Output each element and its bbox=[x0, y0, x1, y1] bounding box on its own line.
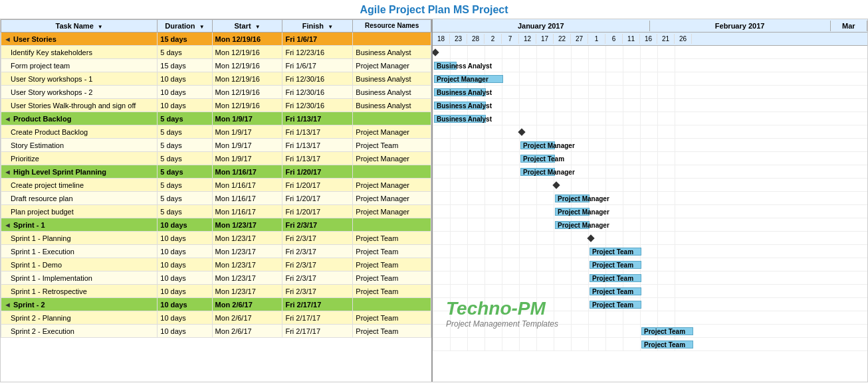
duration-cell: 5 days bbox=[158, 112, 212, 125]
finish-cell: Fri 1/20/17 bbox=[282, 179, 353, 192]
duration-cell: 10 days bbox=[158, 218, 212, 232]
resource-cell bbox=[353, 165, 431, 179]
gantt-row: Project Team bbox=[433, 258, 867, 271]
resource-cell: Project Manager bbox=[353, 59, 431, 72]
resource-cell: Business Analyst bbox=[353, 86, 431, 99]
gantt-bar: Project Team bbox=[590, 261, 641, 269]
gantt-row: Project Manager bbox=[433, 165, 867, 179]
table-row: Sprint 1 - Implementation10 daysMon 1/23… bbox=[1, 271, 431, 285]
finish-cell: Fri 2/3/17 bbox=[282, 258, 353, 271]
gantt-row: Project Manager bbox=[433, 139, 867, 152]
gantt-row bbox=[433, 232, 867, 245]
task-name-cell: Sprint 1 - Retrospective bbox=[1, 285, 158, 298]
gantt-row bbox=[433, 125, 867, 139]
gantt-bar: Project Manager bbox=[520, 141, 555, 149]
task-name-cell: User Stories Walk-through and sign off bbox=[1, 99, 158, 112]
gantt-month-label: January 2017 bbox=[433, 21, 650, 31]
gantt-day-label: 27 bbox=[571, 34, 588, 44]
task-name-cell: Create Product Backlog bbox=[1, 125, 158, 139]
col-header-finish[interactable]: Finish ▼ bbox=[282, 20, 353, 33]
finish-cell: Fri 12/30/16 bbox=[282, 99, 353, 112]
task-name-cell: Sprint 1 - Planning bbox=[1, 232, 158, 245]
gantt-bar: Project Team bbox=[520, 155, 555, 163]
start-cell: Mon 1/9/17 bbox=[212, 139, 282, 152]
resource-cell: Business Analyst bbox=[353, 46, 431, 59]
table-row: Sprint 1 - Planning10 daysMon 1/23/17Fri… bbox=[1, 232, 431, 245]
start-cell: Mon 2/6/17 bbox=[212, 311, 282, 325]
duration-cell: 10 days bbox=[158, 245, 212, 258]
table-row: Sprint 1 - Demo10 daysMon 1/23/17Fri 2/3… bbox=[1, 258, 431, 271]
col-header-start[interactable]: Start ▼ bbox=[212, 20, 282, 33]
table-row: Draft resource plan5 daysMon 1/16/17Fri … bbox=[1, 192, 431, 205]
gantt-bar: Project Team bbox=[590, 248, 641, 256]
resource-cell: Project Manager bbox=[353, 192, 431, 205]
gantt-bar: Project Team bbox=[590, 301, 641, 309]
gantt-row bbox=[433, 46, 867, 59]
duration-cell: 10 days bbox=[158, 311, 212, 325]
gantt-bar: Project Team bbox=[641, 327, 693, 335]
resource-cell: Project Team bbox=[353, 325, 431, 338]
duration-cell: 15 days bbox=[158, 33, 212, 46]
task-name-cell: Identify Key stakeholders bbox=[1, 46, 158, 59]
gantt-row: Business Analyst bbox=[433, 86, 867, 99]
gantt-row: Project Team bbox=[433, 285, 867, 298]
task-name-cell: Draft resource plan bbox=[1, 192, 158, 205]
resource-cell: Project Team bbox=[353, 285, 431, 298]
table-row: ◄ Sprint - 210 daysMon 2/6/17Fri 2/17/17 bbox=[1, 298, 431, 311]
start-cell: Mon 12/19/16 bbox=[212, 33, 282, 46]
resource-cell: Project Team bbox=[353, 311, 431, 325]
task-name-cell: User Story workshops - 1 bbox=[1, 72, 158, 86]
resource-cell bbox=[353, 298, 431, 311]
table-row: User Stories Walk-through and sign off10… bbox=[1, 99, 431, 112]
duration-cell: 10 days bbox=[158, 285, 212, 298]
gantt-row: Project Team bbox=[433, 271, 867, 285]
resource-cell: Project Manager bbox=[353, 152, 431, 165]
col-header-duration[interactable]: Duration ▼ bbox=[158, 20, 212, 33]
table-row: ◄ Product Backlog5 daysMon 1/9/17Fri 1/1… bbox=[1, 112, 431, 125]
start-cell: Mon 1/23/17 bbox=[212, 218, 282, 232]
finish-cell: Fri 1/6/17 bbox=[282, 59, 353, 72]
gantt-day-label: 22 bbox=[554, 34, 571, 44]
resource-cell: Project Team bbox=[353, 271, 431, 285]
table-row: Sprint 1 - Retrospective10 daysMon 1/23/… bbox=[1, 285, 431, 298]
finish-cell: Fri 2/3/17 bbox=[282, 245, 353, 258]
gantt-day-label: 6 bbox=[605, 34, 623, 44]
gantt-row: Project Manager bbox=[433, 192, 867, 205]
gantt-day-label: 1 bbox=[588, 34, 605, 44]
gantt-section: January 2017February 2017Mar 18232827121… bbox=[433, 19, 867, 382]
task-name-cell: ◄ High Level Sprint Planning bbox=[1, 165, 158, 179]
duration-cell: 5 days bbox=[158, 179, 212, 192]
task-name-cell: ◄ Product Backlog bbox=[1, 112, 158, 125]
col-header-task[interactable]: Task Name ▼ bbox=[1, 20, 158, 33]
task-name-cell: ◄ Sprint - 1 bbox=[1, 218, 158, 232]
gantt-bar: Business Analyst bbox=[434, 115, 486, 123]
duration-cell: 10 days bbox=[158, 232, 212, 245]
task-name-cell: Create project timeline bbox=[1, 179, 158, 192]
finish-cell: Fri 12/30/16 bbox=[282, 86, 353, 99]
task-name-cell: ◄ Sprint - 2 bbox=[1, 298, 158, 311]
gantt-day-label: 21 bbox=[657, 34, 675, 44]
duration-cell: 5 days bbox=[158, 139, 212, 152]
gantt-month-label: Mar bbox=[831, 21, 867, 31]
gantt-bar: Project Manager bbox=[555, 221, 590, 229]
table-row: Form project team15 daysMon 12/19/16Fri … bbox=[1, 59, 431, 72]
start-cell: Mon 1/16/17 bbox=[212, 205, 282, 218]
sort-icon-duration: ▼ bbox=[199, 24, 205, 30]
finish-cell: Fri 2/3/17 bbox=[282, 218, 353, 232]
task-name-cell: ◄ User Stories bbox=[1, 33, 158, 46]
start-cell: Mon 12/19/16 bbox=[212, 46, 282, 59]
gantt-day-label: 7 bbox=[502, 34, 519, 44]
gantt-row: Project Team bbox=[433, 325, 867, 338]
finish-cell: Fri 1/13/17 bbox=[282, 152, 353, 165]
finish-cell: Fri 1/13/17 bbox=[282, 139, 353, 152]
gantt-day-label: 18 bbox=[433, 34, 450, 44]
table-row: ◄ High Level Sprint Planning5 daysMon 1/… bbox=[1, 165, 431, 179]
table-row: Create Product Backlog5 daysMon 1/9/17Fr… bbox=[1, 125, 431, 139]
table-row: ◄ User Stories15 daysMon 12/19/16Fri 1/6… bbox=[1, 33, 431, 46]
table-row: Sprint 1 - Execution10 daysMon 1/23/17Fr… bbox=[1, 245, 431, 258]
start-cell: Mon 12/19/16 bbox=[212, 59, 282, 72]
resource-cell bbox=[353, 218, 431, 232]
finish-cell: Fri 2/3/17 bbox=[282, 232, 353, 245]
start-cell: Mon 1/23/17 bbox=[212, 258, 282, 271]
gantt-bar: Project Manager bbox=[555, 194, 590, 202]
